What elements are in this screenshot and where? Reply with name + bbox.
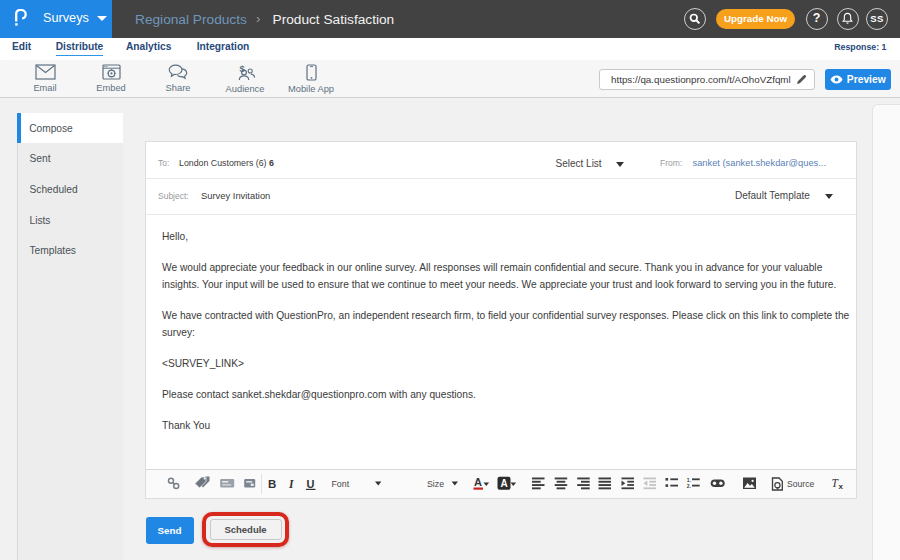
svg-text:1.: 1. bbox=[686, 477, 691, 483]
svg-text:I: I bbox=[288, 478, 294, 490]
svg-text:$: $ bbox=[239, 64, 245, 74]
svg-text:A: A bbox=[500, 478, 507, 489]
svg-text:x: x bbox=[838, 482, 843, 491]
svg-text:Size: Size bbox=[427, 479, 444, 489]
svg-text:U: U bbox=[306, 478, 314, 490]
svg-text:B: B bbox=[268, 478, 276, 490]
svg-text:A: A bbox=[474, 476, 482, 488]
svg-text:Font: Font bbox=[331, 479, 349, 489]
svg-text:2.: 2. bbox=[686, 483, 691, 489]
svg-text:Source: Source bbox=[787, 479, 814, 489]
